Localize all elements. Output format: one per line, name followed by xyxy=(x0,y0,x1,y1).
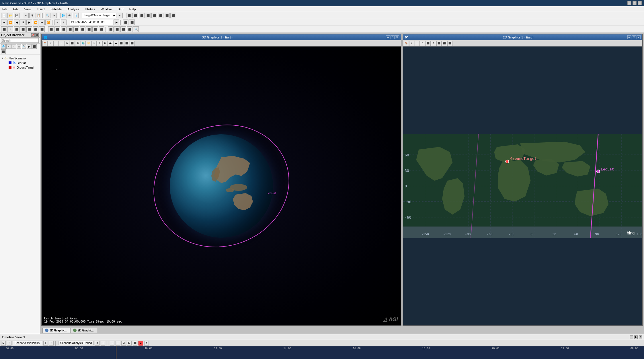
3d-tb-extra3[interactable]: ⬛ xyxy=(130,41,135,46)
2d-tb-home[interactable]: 🏠 xyxy=(404,41,409,46)
menu-bt3[interactable]: BT3 xyxy=(117,7,125,11)
3d-tb-layer[interactable]: ⬛ xyxy=(70,41,75,46)
2d-tb-extra1[interactable]: ⬛ xyxy=(436,41,442,46)
tb-zoom[interactable]: 🔍 xyxy=(45,13,50,18)
ob-tb-1[interactable]: 🌐 xyxy=(1,44,6,49)
3d-tb-zoom-out[interactable]: − xyxy=(59,41,64,46)
tb-row3-2[interactable]: + xyxy=(7,26,13,32)
tb-settings[interactable]: ⚙ xyxy=(51,13,57,18)
tb-loop[interactable]: 🔁 xyxy=(45,20,51,25)
tb-row3-4[interactable]: ⬛ xyxy=(20,26,26,32)
tb-row3-17[interactable]: ⬛ xyxy=(108,26,114,32)
tb-row3-20[interactable]: ⬛ xyxy=(127,26,132,32)
target-dropdown[interactable]: Target/GroundTarget xyxy=(82,13,116,18)
ob-tb-4[interactable]: ⊡ xyxy=(17,44,21,49)
2d-tb-zoomin[interactable]: + xyxy=(409,41,414,46)
3d-tb-rotate[interactable]: ↺ xyxy=(48,41,53,46)
tb-row3-6[interactable]: ⬛ xyxy=(33,26,38,32)
tl-scroll-left[interactable]: ◀ xyxy=(121,341,126,346)
tl-sa-add[interactable]: + xyxy=(49,341,54,346)
timeline-pin-button[interactable]: ─ xyxy=(630,335,633,339)
tb-new[interactable]: 📄 xyxy=(1,13,7,18)
tb-row3-16[interactable]: ⬛ xyxy=(99,26,104,32)
tb-3d[interactable]: 🌐 xyxy=(60,13,66,18)
2d-tb-settings[interactable]: ⚙ xyxy=(431,41,436,46)
tl-scroll-right[interactable]: ▶ xyxy=(127,341,132,346)
tree-item-scenario[interactable]: ▼ 🗂 NewScenario xyxy=(1,56,39,61)
tab-3d-graphic[interactable]: 3D Graphic... xyxy=(42,328,70,333)
tb-row3-13[interactable]: ⬛ xyxy=(80,26,85,32)
tb-btn-g[interactable]: ⬛ xyxy=(164,13,170,18)
tb-pause[interactable]: ⏸ xyxy=(20,20,26,25)
3d-tb-earth[interactable]: 🌍 xyxy=(81,41,86,46)
tl-play-btn[interactable]: ▶ xyxy=(1,341,6,346)
menu-insert[interactable]: Insert xyxy=(36,7,46,11)
tl-zoom-out[interactable]: − xyxy=(110,341,114,346)
menu-help[interactable]: Help xyxy=(128,7,137,11)
tb-row3-11[interactable]: ⬛ xyxy=(67,26,73,32)
2d-tb-reset[interactable]: ⊙ xyxy=(420,41,425,46)
tl-ap-add[interactable]: + xyxy=(101,341,105,346)
3d-tb-grid[interactable]: ⊞ xyxy=(97,41,102,46)
tb-copy[interactable]: ⎘ xyxy=(29,13,35,18)
tb-row3-19[interactable]: ⬛ xyxy=(120,26,126,32)
tl-ap-settings[interactable]: ⚙ xyxy=(95,341,99,346)
window-3d-content[interactable]: LeoSat Earth Inertial Axes 19 Feb 2025 0… xyxy=(42,46,401,325)
tb-play[interactable]: ▶ xyxy=(26,20,32,25)
timeline-scale[interactable]: 06:00 08:00 10:00 12:00 14:00 16:00 18:0… xyxy=(0,346,644,359)
tl-stop[interactable]: ■ xyxy=(138,341,143,346)
tb-row3-3[interactable]: ⬛ xyxy=(14,26,19,32)
win3d-minimize[interactable]: ─ xyxy=(386,35,390,39)
tb-row3-7[interactable]: ⬛ xyxy=(39,26,45,32)
timeline-arrow-button[interactable]: ▶ xyxy=(634,335,638,339)
close-button[interactable]: ✕ xyxy=(638,1,642,5)
menu-satellite[interactable]: Satellite xyxy=(49,7,63,11)
tb-btn-f[interactable]: ⬛ xyxy=(158,13,163,18)
tb-back-step[interactable]: ⏪ xyxy=(7,20,13,25)
minimize-button[interactable]: ─ xyxy=(627,1,631,5)
menu-window[interactable]: Window xyxy=(99,7,113,11)
3d-tb-settings[interactable]: ⚙ xyxy=(75,41,80,46)
tb-report[interactable]: 📊 xyxy=(73,13,79,18)
ob-close-button[interactable]: ✕ xyxy=(35,33,39,37)
tl-pause-btn[interactable]: + xyxy=(7,341,11,346)
tl-help[interactable]: ? xyxy=(144,341,149,346)
3d-tb-extra2[interactable]: ⬛ xyxy=(124,41,129,46)
tb-slower[interactable]: − xyxy=(54,20,60,25)
tb-btn-b[interactable]: ⬛ xyxy=(132,13,138,18)
menu-file[interactable]: File xyxy=(1,7,9,11)
tb-row3-18[interactable]: ⬛ xyxy=(114,26,120,32)
tl-zoom-in[interactable]: + xyxy=(116,341,120,346)
tb-dropdown-arrow[interactable]: ▼ xyxy=(117,13,123,18)
menu-view[interactable]: View xyxy=(23,7,32,11)
2d-tb-extra2[interactable]: ⬛ xyxy=(442,41,447,46)
menu-edit[interactable]: Edit xyxy=(12,7,20,11)
tb-btn-e[interactable]: ⬛ xyxy=(151,13,157,18)
3d-tb-label[interactable]: 🏷 xyxy=(102,41,108,46)
ob-tb-5[interactable]: 🔍 xyxy=(22,44,26,49)
tl-sa-settings[interactable]: ⚙ xyxy=(43,341,48,346)
win2d-maximize[interactable]: □ xyxy=(632,35,636,39)
3d-tb-moon[interactable]: 🌕 xyxy=(86,41,91,46)
3d-tb-extra1[interactable]: ⬛ xyxy=(119,41,124,46)
tb-row3-5[interactable]: ⬛ xyxy=(26,26,32,32)
window-2d-content[interactable]: 60 30 0 -30 -60 -150 -120 -90 -60 -30 0 xyxy=(403,46,642,325)
2d-tb-extra3[interactable]: ⬛ xyxy=(447,41,452,46)
tb-back-start[interactable]: ⏮ xyxy=(1,20,7,25)
tb-extra-1[interactable]: ⬛ xyxy=(123,20,128,25)
3d-tb-home[interactable]: 🏠 xyxy=(42,41,48,46)
datetime-input[interactable]: 19 Feb 2025 04:00:00.000 xyxy=(70,20,113,25)
scenario-availability-btn[interactable]: Scenario Availability xyxy=(13,341,42,345)
tb-faster[interactable]: + xyxy=(61,20,67,25)
tab-2d-graphic[interactable]: 2D Graphic... xyxy=(71,328,97,333)
win2d-minimize[interactable]: ─ xyxy=(627,35,631,39)
tb-rev-play[interactable]: ◀ xyxy=(14,20,19,25)
ob-tb-8[interactable]: ⬛ xyxy=(1,49,6,54)
tb-extra-2[interactable]: ⬛ xyxy=(129,20,135,25)
analysis-period-btn[interactable]: Scenario Analysis Period xyxy=(58,341,94,345)
win3d-close[interactable]: ✕ xyxy=(395,35,399,39)
tb-row3-12[interactable]: ⬛ xyxy=(73,26,79,32)
tb-btn-c[interactable]: ⬛ xyxy=(139,13,145,18)
tb-row3-8[interactable]: ⬛ xyxy=(48,26,54,32)
tb-save[interactable]: 💾 xyxy=(14,13,19,18)
